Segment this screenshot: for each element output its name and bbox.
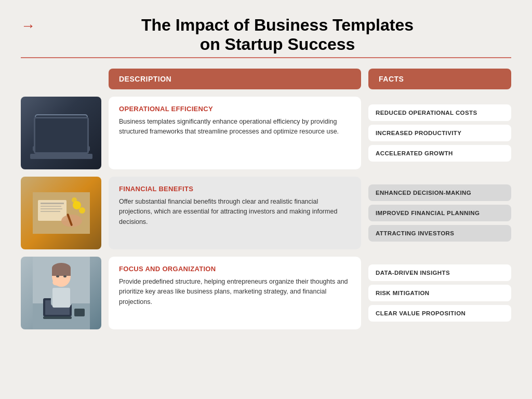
svg-rect-7: [33, 146, 90, 151]
svg-rect-14: [41, 206, 61, 207]
laptop-svg: [33, 112, 90, 154]
svg-rect-4: [61, 123, 79, 127]
desc-title-operational: OPERATIONAL EFFICIENCY: [119, 105, 351, 113]
fact-financial-planning: IMPROVED FINANCIAL PLANNING: [368, 205, 511, 221]
fact-productivity: INCREASED PRODUCTIVITY: [368, 125, 511, 141]
section-operational: OPERATIONAL EFFICIENCY Business template…: [21, 97, 511, 169]
svg-point-10: [68, 144, 81, 151]
svg-rect-1: [38, 117, 85, 143]
column-headers-row: DESCRIPTION FACTS: [21, 69, 511, 89]
svg-rect-6: [61, 131, 74, 134]
svg-rect-2: [41, 120, 82, 141]
facts-financial: ENHANCED DECISION-MAKING IMPROVED FINANC…: [368, 177, 511, 249]
svg-rect-13: [41, 203, 64, 204]
svg-point-20: [79, 207, 85, 214]
facts-operational: REDUCED OPERATIONAL COSTS INCREASED PROD…: [368, 97, 511, 169]
page: → The Impact of Business Templates on St…: [0, 0, 532, 399]
header-divider: [21, 57, 511, 58]
svg-rect-8: [51, 146, 72, 148]
desc-text-focus: Provide predefined structure, helping en…: [119, 277, 351, 307]
image-spacer: [21, 69, 101, 89]
section-focus: FOCUS AND ORGANIZATION Provide predefine…: [21, 257, 511, 329]
facts-focus: DATA-DRIVEN INSIGHTS RISK MITIGATION CLE…: [368, 257, 511, 329]
fact-value-proposition: CLEAR VALUE PROPOSITION: [368, 305, 511, 322]
desk-svg: [33, 192, 90, 234]
fact-growth: ACCELERATED GROWTH: [368, 145, 511, 162]
facts-header: FACTS: [368, 69, 511, 89]
svg-rect-35: [74, 309, 85, 316]
desc-card-operational: OPERATIONAL EFFICIENCY Business template…: [109, 97, 361, 169]
desc-card-focus: FOCUS AND ORGANIZATION Provide predefine…: [109, 257, 361, 329]
arrow-icon: →: [21, 18, 35, 34]
svg-point-9: [42, 144, 55, 151]
title-block: The Impact of Business Templates on Star…: [44, 16, 511, 54]
desc-title-focus: FOCUS AND ORGANIZATION: [119, 265, 351, 273]
desc-text-operational: Business templates significantly enhance…: [119, 117, 351, 137]
image-laptop: [21, 97, 101, 169]
header: → The Impact of Business Templates on St…: [21, 16, 511, 54]
svg-rect-5: [61, 128, 79, 130]
fact-risk-mitigation: RISK MITIGATION: [368, 285, 511, 301]
fact-investors: ATTRACTING INVESTORS: [368, 225, 511, 242]
svg-point-21: [72, 197, 77, 203]
svg-point-33: [56, 275, 59, 277]
svg-rect-28: [52, 288, 70, 308]
svg-point-34: [63, 275, 66, 277]
description-header: DESCRIPTION: [109, 69, 361, 89]
desc-title-financial: FINANCIAL BENEFITS: [119, 185, 351, 193]
desc-card-financial: FINANCIAL BENEFITS Offer substantial fin…: [109, 177, 361, 249]
section-financial: FINANCIAL BENEFITS Offer substantial fin…: [21, 177, 511, 249]
desc-text-financial: Offer substantial financial benefits thr…: [119, 197, 351, 227]
fact-decision-making: ENHANCED DECISION-MAKING: [368, 184, 511, 201]
svg-rect-16: [41, 211, 60, 212]
image-person: [21, 257, 101, 329]
svg-rect-26: [43, 316, 72, 319]
fact-reduced-costs: REDUCED OPERATIONAL COSTS: [368, 104, 511, 121]
svg-rect-31: [52, 268, 71, 276]
svg-rect-0: [35, 115, 87, 146]
page-title: The Impact of Business Templates on Star…: [44, 16, 511, 54]
svg-rect-3: [43, 123, 59, 130]
svg-rect-15: [41, 208, 62, 209]
person-svg: [33, 257, 90, 329]
fact-data-insights: DATA-DRIVEN INSIGHTS: [368, 264, 511, 281]
image-desk: [21, 177, 101, 249]
